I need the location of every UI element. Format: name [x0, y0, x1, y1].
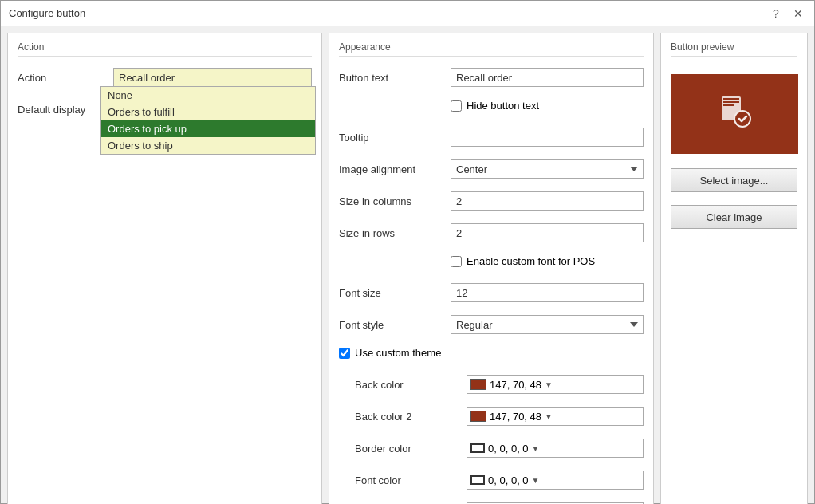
svg-rect-3 [723, 104, 734, 106]
back-color2-value: 147, 70, 48 [490, 411, 541, 423]
size-columns-row: Size in columns [339, 191, 644, 211]
border-color-select-wrapper[interactable]: 0, 0, 0, 0 ▼ [467, 439, 644, 458]
custom-theme-row: Use custom theme [339, 347, 644, 362]
dialog-body: Action Action Recall order Default displ… [1, 26, 814, 504]
dialog-title: Configure button [9, 7, 85, 19]
font-style-label: Font style [339, 319, 451, 331]
border-color-swatch [470, 443, 485, 453]
back-color-row: Back color 147, 70, 48 ▼ [339, 375, 644, 394]
hide-button-text-row: Hide button text [339, 100, 644, 115]
size-rows-input[interactable] [451, 223, 644, 242]
back-color2-row: Back color 2 147, 70, 48 ▼ [339, 407, 644, 426]
font-style-row: Font style Regular [339, 315, 644, 334]
back-color2-dropdown-arrow: ▼ [545, 412, 553, 421]
font-size-input[interactable] [451, 283, 644, 302]
button-preview-header: Button preview [671, 41, 797, 57]
back-color2-label: Back color 2 [355, 411, 467, 423]
help-button[interactable]: ? [768, 6, 784, 22]
default-display-dropdown-overlay: None Orders to fulfill Orders to pick up… [100, 86, 316, 155]
back-color2-swatch [470, 411, 486, 422]
button-text-label: Button text [339, 72, 451, 84]
action-panel-header: Action [18, 41, 312, 57]
custom-theme-label: Use custom theme [355, 347, 441, 359]
font-style-select[interactable]: Regular [451, 315, 644, 334]
custom-theme-checkbox[interactable] [339, 348, 350, 359]
svg-rect-2 [723, 101, 739, 103]
clear-image-button[interactable]: Clear image [671, 205, 797, 229]
font-color-value: 0, 0, 0, 0 [488, 474, 529, 486]
titlebar-controls: ? ✕ [768, 6, 806, 22]
button-text-input[interactable] [451, 68, 644, 87]
custom-font-checkbox-row: Enable custom font for POS [451, 255, 595, 267]
appearance-panel-header: Appearance [339, 41, 644, 57]
button-preview-display [671, 74, 798, 154]
action-select[interactable]: Recall order [113, 68, 312, 87]
font-color-row: Font color 0, 0, 0, 0 ▼ [339, 471, 644, 490]
button-preview-panel: Button preview Select image... [660, 33, 808, 504]
custom-theme-checkbox-row: Use custom theme [339, 347, 441, 359]
hide-button-text-checkbox-row: Hide button text [451, 100, 539, 112]
font-color-label: Font color [355, 474, 467, 486]
dropdown-item-none[interactable]: None [101, 87, 315, 104]
back-color-select-wrapper[interactable]: 147, 70, 48 ▼ [467, 375, 644, 394]
tooltip-label: Tooltip [339, 132, 451, 144]
font-size-label: Font size [339, 287, 451, 299]
image-alignment-select[interactable]: Center [451, 159, 644, 179]
dropdown-item-orders-fulfill[interactable]: Orders to fulfill [101, 104, 315, 120]
border-color-dropdown-arrow: ▼ [532, 444, 540, 453]
dropdown-item-orders-pickup[interactable]: Orders to pick up [101, 120, 315, 137]
action-panel: Action Action Recall order Default displ… [7, 33, 322, 504]
image-alignment-row: Image alignment Center [339, 159, 644, 179]
tooltip-row: Tooltip [339, 128, 644, 147]
hide-button-text-checkbox[interactable] [451, 100, 462, 112]
back-color2-select-wrapper[interactable]: 147, 70, 48 ▼ [467, 407, 644, 426]
font-size-row: Font size [339, 283, 644, 302]
select-image-button[interactable]: Select image... [671, 168, 797, 192]
action-row: Action Recall order [18, 68, 312, 87]
appearance-panel: Appearance Button text Hide button text … [329, 33, 654, 504]
dropdown-item-orders-ship[interactable]: Orders to ship [101, 137, 315, 154]
back-color-dropdown-arrow: ▼ [545, 380, 553, 389]
back-color-value: 147, 70, 48 [490, 379, 541, 391]
font-color-swatch [470, 475, 485, 485]
svg-point-4 [734, 111, 750, 127]
custom-font-row: Enable custom font for POS [339, 255, 644, 270]
configure-button-dialog: Configure button ? ✕ Action Action Recal… [0, 0, 815, 504]
image-alignment-label: Image alignment [339, 163, 451, 175]
border-color-row: Border color 0, 0, 0, 0 ▼ [339, 439, 644, 458]
border-color-label: Border color [355, 443, 467, 455]
font-color-select-wrapper[interactable]: 0, 0, 0, 0 ▼ [467, 471, 644, 490]
back-color-swatch [470, 379, 486, 390]
font-color-dropdown-arrow: ▼ [532, 476, 540, 485]
custom-font-label: Enable custom font for POS [467, 255, 595, 267]
tooltip-input[interactable] [451, 128, 644, 147]
size-columns-label: Size in columns [339, 195, 451, 207]
back-color-label: Back color [355, 379, 467, 391]
border-color-value: 0, 0, 0, 0 [488, 443, 529, 455]
button-text-row: Button text [339, 68, 644, 87]
svg-rect-1 [723, 98, 739, 100]
titlebar: Configure button ? ✕ [1, 1, 814, 26]
preview-icon [715, 92, 754, 137]
size-rows-row: Size in rows [339, 223, 644, 242]
custom-font-checkbox[interactable] [451, 256, 462, 267]
hide-button-text-label: Hide button text [467, 100, 539, 112]
size-columns-input[interactable] [451, 191, 644, 211]
default-display-label: Default display [18, 104, 113, 116]
action-label: Action [18, 72, 113, 84]
size-rows-label: Size in rows [339, 227, 451, 239]
close-button[interactable]: ✕ [790, 6, 806, 22]
